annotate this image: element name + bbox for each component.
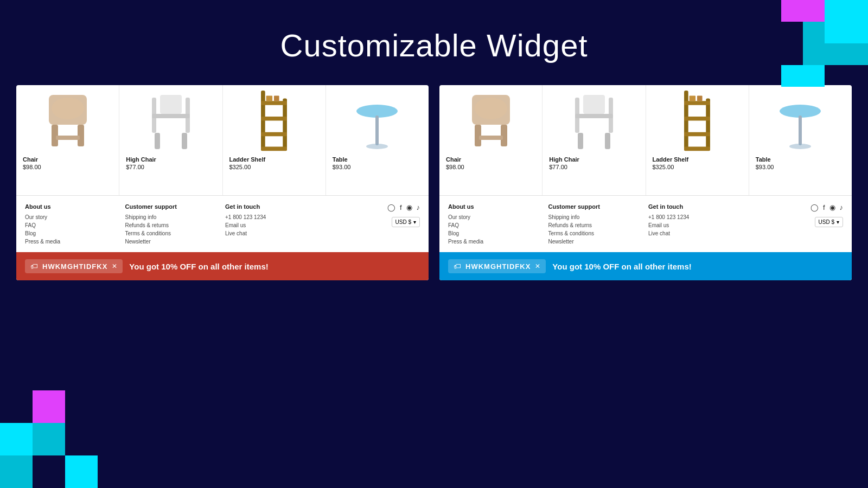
svg-rect-8 — [152, 114, 190, 118]
svg-point-43 — [789, 144, 811, 149]
svg-rect-31 — [578, 133, 583, 149]
promo-message: You got 10% OFF on all other items! — [552, 262, 691, 271]
svg-rect-14 — [261, 117, 287, 121]
product-item[interactable]: Chair $98.00 — [16, 85, 119, 195]
footer-about: About us Our story FAQ Blog Press & medi… — [25, 203, 120, 247]
footer-link[interactable]: Terms & conditions — [548, 230, 643, 236]
svg-point-4 — [52, 98, 84, 119]
deco-square — [33, 390, 65, 423]
footer-link[interactable]: Shipping info — [125, 214, 220, 220]
svg-rect-5 — [160, 95, 182, 114]
products-section-right: Chair $98.00 High Chair $77.00 — [439, 85, 852, 196]
currency-selector[interactable]: USD $ ▾ — [815, 217, 843, 227]
product-name: Table — [333, 156, 422, 163]
deco-square — [825, 0, 868, 43]
promo-message: You got 10% OFF on all other items! — [129, 262, 268, 271]
pinterest-icon[interactable]: ◉ — [829, 203, 835, 211]
product-item[interactable]: Ladder Shelf $325.00 — [646, 85, 749, 195]
product-item[interactable]: Table $93.00 — [749, 85, 852, 195]
footer-link[interactable]: FAQ — [448, 222, 543, 228]
footer-chat-link[interactable]: Live chat — [225, 230, 339, 236]
svg-rect-25 — [479, 136, 503, 140]
footer-section-right: About us Our story FAQ Blog Press & medi… — [439, 196, 852, 252]
footer-link[interactable]: Press & media — [25, 239, 120, 245]
svg-rect-27 — [583, 95, 605, 114]
chevron-down-icon: ▾ — [413, 219, 416, 225]
widget-right: Chair $98.00 High Chair $77.00 — [439, 85, 852, 280]
product-price: $325.00 — [653, 164, 742, 170]
svg-rect-40 — [697, 96, 703, 101]
footer-link[interactable]: Newsletter — [125, 239, 220, 245]
product-image-highchair — [549, 91, 639, 153]
svg-rect-17 — [266, 96, 273, 101]
product-name: Chair — [23, 156, 112, 163]
footer-email-link[interactable]: Email us — [225, 222, 339, 228]
tiktok-icon[interactable]: ♪ — [417, 203, 420, 211]
product-name: Table — [756, 156, 845, 163]
instagram-icon[interactable]: ◯ — [387, 203, 395, 211]
promo-code-badge: 🏷 HWKMGHTIDFKX ✕ — [25, 259, 123, 273]
product-name: High Chair — [126, 156, 215, 163]
product-item[interactable]: High Chair $77.00 — [542, 85, 646, 195]
social-icons: ◯ f ◉ ♪ — [810, 203, 843, 211]
footer-phone: +1 800 123 1234 — [648, 214, 762, 220]
page-title: Customizable Widget — [0, 0, 868, 85]
products-section-left: Chair $98.00 High Chair $77.00 — [16, 85, 429, 196]
deco-square — [803, 22, 825, 65]
instagram-icon[interactable]: ◯ — [810, 203, 819, 211]
product-item[interactable]: Ladder Shelf $325.00 — [223, 85, 326, 195]
promo-banner-left: 🏷 HWKMGHTIDFKX ✕ You got 10% OFF on all … — [16, 252, 429, 280]
svg-rect-30 — [575, 114, 613, 118]
footer-phone: +1 800 123 1234 — [225, 214, 339, 220]
footer-link[interactable]: Refunds & returns — [125, 222, 220, 228]
product-name: High Chair — [549, 156, 639, 163]
widgets-container: Chair $98.00 High Chair $77.00 — [0, 85, 868, 280]
footer-link[interactable]: Shipping info — [548, 214, 643, 220]
facebook-icon[interactable]: f — [823, 203, 825, 211]
footer-link[interactable]: FAQ — [25, 222, 120, 228]
product-price: $98.00 — [23, 164, 112, 170]
footer-col-title: Customer support — [548, 203, 643, 210]
product-price: $77.00 — [126, 164, 215, 170]
facebook-icon[interactable]: f — [400, 203, 402, 211]
footer-link[interactable]: Our story — [25, 214, 120, 220]
footer-link[interactable]: Press & media — [448, 239, 543, 245]
footer-link[interactable]: Blog — [448, 230, 543, 236]
svg-rect-15 — [261, 132, 287, 137]
footer-col-title: About us — [448, 203, 543, 210]
currency-selector[interactable]: USD $ ▾ — [392, 217, 420, 227]
product-item[interactable]: High Chair $77.00 — [119, 85, 222, 195]
footer-section-left: About us Our story FAQ Blog Press & medi… — [16, 196, 429, 252]
svg-rect-13 — [261, 101, 287, 105]
svg-point-21 — [366, 144, 388, 149]
footer-contact: Get in touch +1 800 123 1234 Email us Li… — [648, 203, 762, 247]
svg-rect-38 — [684, 147, 710, 151]
footer-link[interactable]: Newsletter — [548, 239, 643, 245]
footer-col-title: Get in touch — [648, 203, 762, 210]
product-item[interactable]: Table $93.00 — [326, 85, 429, 195]
product-price: $93.00 — [333, 164, 422, 170]
footer-link[interactable]: Refunds & returns — [548, 222, 643, 228]
product-item[interactable]: Chair $98.00 — [439, 85, 542, 195]
footer-col-title: Customer support — [125, 203, 220, 210]
footer-contact: Get in touch +1 800 123 1234 Email us Li… — [225, 203, 339, 247]
close-icon[interactable]: ✕ — [535, 262, 540, 270]
product-price: $93.00 — [756, 164, 845, 170]
tiktok-icon[interactable]: ♪ — [840, 203, 844, 211]
promo-banner-right: 🏷 HWKMGHTIDFKX ✕ You got 10% OFF on all … — [439, 252, 852, 280]
chevron-down-icon: ▾ — [837, 219, 839, 225]
product-image-highchair — [126, 91, 215, 153]
footer-link[interactable]: Terms & conditions — [125, 230, 220, 236]
svg-rect-39 — [690, 96, 696, 101]
svg-rect-12 — [283, 98, 287, 150]
footer-link[interactable]: Our story — [448, 214, 543, 220]
footer-link[interactable]: Blog — [25, 230, 120, 236]
footer-email-link[interactable]: Email us — [648, 222, 762, 228]
product-image-shelf — [229, 91, 319, 153]
close-icon[interactable]: ✕ — [112, 262, 117, 270]
pinterest-icon[interactable]: ◉ — [406, 203, 412, 211]
footer-chat-link[interactable]: Live chat — [648, 230, 762, 236]
deco-square — [0, 423, 33, 455]
promo-code: HWKMGHTIDFKX — [465, 262, 531, 271]
svg-rect-10 — [182, 133, 187, 149]
